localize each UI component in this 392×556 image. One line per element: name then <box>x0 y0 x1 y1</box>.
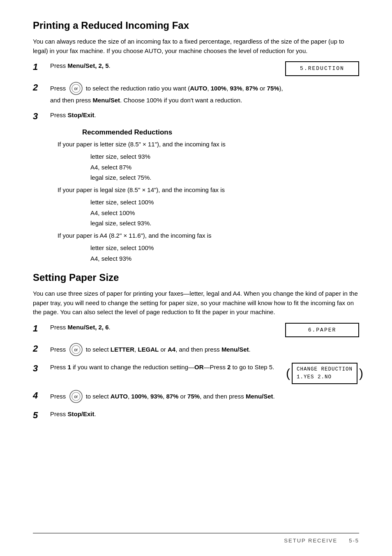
s2-step4-prefix: Press <box>50 393 68 400</box>
list-item: legal size, select 75%. <box>90 172 359 183</box>
step1-bold: Menu/Set, 2, 5 <box>68 62 109 69</box>
s2-step3-mid2: —Press <box>204 364 228 371</box>
step3-bold: Stop/Exit <box>68 111 95 118</box>
s2-step4-93: 93% <box>150 393 163 400</box>
step-number: 2 <box>33 82 46 94</box>
s2-step3-suffix: to go to Step 5. <box>231 364 274 371</box>
step2-100: 100% <box>211 84 226 91</box>
step-content: Press or to select AUTO, 100%, 93%, 87% … <box>50 390 359 404</box>
s2-step2-letter: LETTER <box>111 346 134 353</box>
rec-item2-list: letter size, select 100% A4, select 100%… <box>90 197 359 229</box>
step-content: Press 1 if you want to change the reduct… <box>50 363 359 384</box>
footer-page: 5-5 <box>349 537 359 544</box>
step3-suffix: . <box>95 111 96 118</box>
list-item: A4, select 93% <box>90 253 359 264</box>
step2-comma3: , <box>242 84 246 91</box>
step-content: Press Menu/Set, 2, 5. 5.REDUCTION <box>50 61 359 76</box>
step1-display: 5.REDUCTION <box>285 61 359 76</box>
svg-text:or: or <box>74 348 78 352</box>
s2-step2-middle: to select <box>86 346 111 353</box>
svg-text:or: or <box>74 86 78 91</box>
step2-or: or <box>258 84 267 91</box>
s2-step2-legal: LEGAL <box>138 346 159 353</box>
s2-step4-87: 87% <box>166 393 178 400</box>
s2-step2-or: or <box>159 346 168 353</box>
step2-middle: to select the reduction ratio you want ( <box>86 84 190 91</box>
s2-step5-prefix: Press <box>50 410 68 417</box>
footer: SETUP RECEIVE 5-5 <box>284 537 359 544</box>
step-content: Press Stop/Exit. <box>50 111 359 120</box>
step2-93: 93% <box>230 84 242 91</box>
step2-bold-options: AUTO <box>190 84 207 91</box>
s2-step3-or: OR <box>194 364 204 371</box>
step-number: 5 <box>33 410 46 422</box>
s2-step4-100: 100% <box>131 393 147 400</box>
svg-text:or: or <box>74 394 78 399</box>
step3-text: Press 1 if you want to change the reduct… <box>50 363 282 372</box>
step-number: 1 <box>33 61 46 73</box>
list-item: letter size, select 93% <box>90 151 359 162</box>
rec-item1-list: letter size, select 93% A4, select 87% l… <box>90 151 359 183</box>
list-item: A4, select 100% <box>90 208 359 218</box>
step2-prefix: Press <box>50 84 68 91</box>
recommended-section: Recommended Reductions If your paper is … <box>58 128 359 264</box>
step-text: Press Menu/Set, 2, 5. <box>50 61 277 71</box>
rec-item3-condition: If your paper is A4 (8.2" × 11.6"), and … <box>58 231 359 241</box>
step-content: Press or to select LETTER, LEGAL or A4, … <box>50 343 359 357</box>
s2-step4-or: or <box>178 393 187 400</box>
step1-text-suffix: . <box>109 62 111 69</box>
s2-step3-mid1: if you want to change the reduction sett… <box>71 364 194 371</box>
list-item: A4, select 87% <box>90 162 359 173</box>
section2-step3: 3 Press 1 if you want to change the redu… <box>33 363 359 384</box>
s2-step2-suffix: , and then press <box>175 346 221 353</box>
step2-comma1: , <box>207 84 210 91</box>
section1-title: Printing a Reduced Incoming Fax <box>33 20 359 31</box>
section2-step4: 4 Press or to select AUTO, 100%, 93%, 87… <box>33 390 359 404</box>
lcd-line2: 1.YES 2.NO <box>297 373 353 381</box>
lcd-line1: CHANGE REDUCTION <box>297 366 353 373</box>
step-number: 2 <box>33 343 46 355</box>
footer-separator <box>33 533 359 533</box>
s2-step1-suffix: . <box>109 324 111 331</box>
section2-title: Setting Paper Size <box>33 272 359 283</box>
or-icon: or <box>69 389 83 403</box>
s2-step2-a4: A4 <box>168 346 175 353</box>
list-item: letter size, select 100% <box>90 197 359 208</box>
step2-line2-suffix: . Choose 100% if you don't want a reduct… <box>120 97 242 104</box>
step2-menuset: Menu/Set <box>92 97 120 104</box>
step2-close: ), <box>279 84 283 91</box>
list-item: letter size, select 100% <box>90 243 359 253</box>
or-icon: or <box>69 343 83 357</box>
step2-line2-prefix: and then press <box>50 97 92 104</box>
step-number: 4 <box>33 390 46 402</box>
step-number: 3 <box>33 111 46 123</box>
section1-step2: 2 Press or to select the reduction ratio… <box>33 82 359 105</box>
step2-87: 87% <box>246 84 258 91</box>
rec-item3-list: letter size, select 100% A4, select 93% <box>90 243 359 264</box>
s2-step4-suffix: , and then press <box>200 393 246 400</box>
section1-intro: You can always reduce the size of an inc… <box>33 37 359 56</box>
s2-step3-display: ( CHANGE REDUCTION 1.YES 2.NO ) <box>290 363 359 384</box>
list-item: legal size, select 93%. <box>90 218 359 229</box>
step-content: Press Menu/Set, 2, 6. 6.PAPER <box>50 323 359 338</box>
s2-step4-75: 75% <box>187 393 200 400</box>
step-number: 3 <box>33 363 46 375</box>
step1-text-prefix: Press <box>50 62 68 69</box>
step3-prefix: Press <box>50 111 68 118</box>
s2-step3-prefix: Press <box>50 364 68 371</box>
s2-step4-menuset: Menu/Set <box>246 393 273 400</box>
step-number: 1 <box>33 323 46 335</box>
section2-step1: 1 Press Menu/Set, 2, 6. 6.PAPER <box>33 323 359 338</box>
section2-intro: You can use three sizes of paper for pri… <box>33 289 359 317</box>
s2-step4-auto: AUTO <box>111 393 128 400</box>
recommended-title: Recommended Reductions <box>82 128 359 137</box>
step2-75: 75% <box>267 84 279 91</box>
s2-step4-period: . <box>273 393 275 400</box>
s2-step4-c2: , <box>147 393 150 400</box>
s2-step5-bold: Stop/Exit <box>68 410 95 417</box>
section1-step3: 3 Press Stop/Exit. <box>33 111 359 123</box>
s2-step1-display: 6.PAPER <box>285 323 359 338</box>
step-content: Press or to select the reduction ratio y… <box>50 82 359 105</box>
rec-item2-condition: If your paper is legal size (8.5" × 14")… <box>58 185 359 195</box>
footer-label: SETUP RECEIVE <box>284 537 337 544</box>
